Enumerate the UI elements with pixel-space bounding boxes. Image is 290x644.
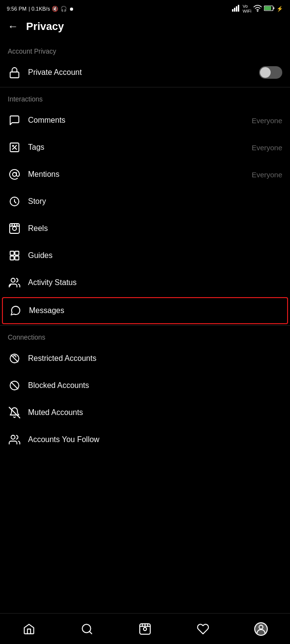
private-account-toggle[interactable] <box>259 66 282 79</box>
comments-value: Everyone <box>252 116 282 125</box>
status-right: VoWiFi ⚡ <box>232 4 283 14</box>
svg-point-25 <box>11 278 15 282</box>
headphone-icon: 🎧 <box>60 6 67 12</box>
svg-point-31 <box>11 435 15 439</box>
nav-profile[interactable] <box>249 617 273 641</box>
menu-item-messages[interactable]: Messages <box>2 297 288 324</box>
reels-label: Reels <box>28 224 282 233</box>
svg-point-16 <box>13 227 16 230</box>
profile-avatar <box>254 622 268 636</box>
svg-rect-23 <box>10 256 14 260</box>
svg-rect-8 <box>10 72 19 78</box>
svg-rect-2 <box>236 6 237 12</box>
record-icon: ⏺ <box>69 6 74 12</box>
accounts-you-follow-label: Accounts You Follow <box>28 435 282 444</box>
menu-item-blocked-accounts[interactable]: Blocked Accounts <box>0 372 290 399</box>
lock-icon <box>8 66 21 79</box>
tags-label: Tags <box>28 143 252 152</box>
messages-label: Messages <box>29 306 281 315</box>
svg-line-29 <box>11 382 18 389</box>
battery-icon <box>264 5 275 12</box>
muted-accounts-label: Muted Accounts <box>28 408 282 417</box>
section-interactions: Interactions <box>0 88 290 107</box>
messages-icon <box>9 304 22 317</box>
section-account-privacy: Account Privacy <box>0 41 290 59</box>
svg-line-14 <box>14 201 16 203</box>
svg-point-35 <box>144 627 147 630</box>
status-bar: 9:56 PM | 0.1KB/s 🔇 🎧 ⏺ VoWiFi ⚡ <box>0 0 290 15</box>
page-title: Privacy <box>26 20 64 33</box>
svg-rect-21 <box>10 251 14 255</box>
menu-item-accounts-you-follow[interactable]: Accounts You Follow <box>0 426 290 453</box>
at-icon <box>8 168 21 181</box>
svg-rect-7 <box>274 7 275 9</box>
svg-point-11 <box>13 172 16 176</box>
guides-icon <box>8 249 21 262</box>
back-button[interactable]: ← <box>8 20 18 33</box>
divider-1 <box>0 87 290 87</box>
svg-line-27 <box>11 355 18 362</box>
signal-icon <box>232 5 241 13</box>
mentions-label: Mentions <box>28 170 252 179</box>
blocked-accounts-label: Blocked Accounts <box>28 381 282 390</box>
main-content: Account Privacy Private Account Interact… <box>0 41 290 492</box>
svg-rect-0 <box>232 9 233 12</box>
charging-icon: ⚡ <box>276 6 283 12</box>
svg-rect-24 <box>15 256 19 260</box>
comment-icon <box>8 114 21 127</box>
story-icon <box>8 195 21 208</box>
private-account-label: Private Account <box>28 68 259 77</box>
svg-point-40 <box>259 625 263 629</box>
vo-wifi-label: VoWiFi <box>243 4 251 14</box>
svg-point-4 <box>257 11 258 12</box>
mute-icon: 🔇 <box>52 6 58 12</box>
svg-line-33 <box>89 631 92 634</box>
menu-item-restricted-accounts[interactable]: Restricted Accounts <box>0 345 290 372</box>
divider-2 <box>0 325 290 326</box>
svg-rect-22 <box>15 251 19 255</box>
svg-rect-6 <box>264 6 271 10</box>
page-header: ← Privacy <box>0 15 290 41</box>
nav-search[interactable] <box>75 617 99 641</box>
blocked-icon <box>8 379 21 392</box>
section-connections: Connections <box>0 327 290 345</box>
nav-likes[interactable] <box>191 617 215 641</box>
menu-item-reels[interactable]: Reels <box>0 215 290 242</box>
muted-accounts-icon <box>8 406 21 419</box>
tags-value: Everyone <box>252 143 282 152</box>
tag-icon <box>8 141 21 154</box>
menu-item-activity-status[interactable]: Activity Status <box>0 269 290 296</box>
status-network: | 0.1KB/s <box>29 6 50 12</box>
restricted-accounts-label: Restricted Accounts <box>28 354 282 363</box>
svg-rect-3 <box>238 5 239 12</box>
reels-icon <box>8 222 21 235</box>
nav-home[interactable] <box>17 617 41 641</box>
menu-item-tags[interactable]: Tags Everyone <box>0 134 290 161</box>
follow-icon <box>8 433 21 446</box>
menu-item-private-account[interactable]: Private Account <box>0 59 290 86</box>
activity-icon <box>8 276 21 289</box>
status-time: 9:56 PM <box>7 6 27 12</box>
status-left: 9:56 PM | 0.1KB/s 🔇 🎧 ⏺ <box>7 6 74 12</box>
svg-point-10 <box>12 145 14 147</box>
restricted-icon <box>8 352 21 365</box>
guides-label: Guides <box>28 251 282 260</box>
menu-item-story[interactable]: Story <box>0 188 290 215</box>
mentions-value: Everyone <box>252 171 282 179</box>
menu-item-mentions[interactable]: Mentions Everyone <box>0 161 290 188</box>
menu-item-guides[interactable]: Guides <box>0 242 290 269</box>
svg-rect-1 <box>234 8 235 12</box>
story-label: Story <box>28 197 282 206</box>
activity-status-label: Activity Status <box>28 278 282 287</box>
nav-reels[interactable] <box>133 617 157 641</box>
menu-item-muted-accounts[interactable]: Muted Accounts <box>0 399 290 426</box>
comments-label: Comments <box>28 116 252 125</box>
svg-line-30 <box>9 407 20 418</box>
wifi-icon <box>253 5 262 13</box>
menu-item-comments[interactable]: Comments Everyone <box>0 107 290 134</box>
bottom-nav <box>0 613 290 644</box>
